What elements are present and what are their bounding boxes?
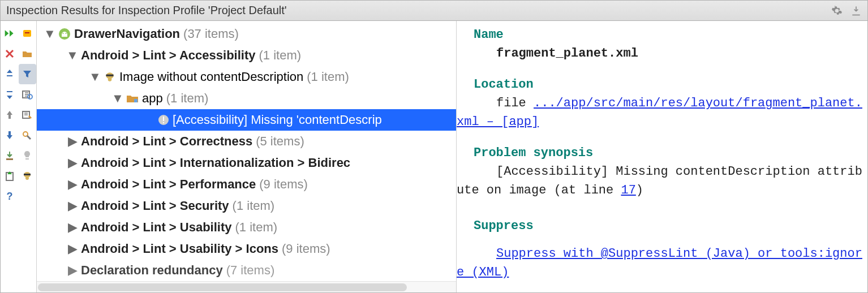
tree-count: (1 item) bbox=[166, 91, 209, 106]
close-icon[interactable] bbox=[1, 44, 19, 64]
android-project-icon bbox=[58, 28, 71, 40]
synopsis-text: [Accessibility] Missing contentDescripti… bbox=[457, 162, 863, 200]
svg-rect-8 bbox=[24, 174, 31, 175]
name-label: Name bbox=[457, 25, 863, 44]
suppress-label: Suppress bbox=[457, 217, 863, 235]
autoscroll-to-source-icon[interactable] bbox=[19, 84, 37, 105]
svg-rect-19 bbox=[163, 117, 164, 121]
tree-count: (5 items) bbox=[256, 134, 304, 149]
chevron-down-icon[interactable]: ▼ bbox=[90, 70, 100, 84]
left-toolbar: ? bbox=[1, 21, 37, 292]
tree-category[interactable]: ▶ Android > Lint > Usability > Icons (9 … bbox=[37, 238, 456, 260]
panel-header: Inspection Results for Inspection Profil… bbox=[1, 1, 867, 21]
chevron-right-icon[interactable]: ▶ bbox=[67, 242, 78, 256]
tree-label: Declaration redundancy bbox=[81, 263, 223, 278]
chevron-right-icon[interactable]: ▶ bbox=[67, 134, 78, 149]
group-by-severity-icon[interactable] bbox=[19, 23, 37, 44]
next-icon[interactable] bbox=[1, 125, 19, 145]
tree-label: Android > Lint > Accessibility bbox=[81, 48, 255, 63]
name-value: fragment_planet.xml bbox=[457, 44, 863, 63]
tree-label: Image without contentDescription bbox=[119, 70, 303, 84]
chevron-down-icon[interactable]: ▼ bbox=[67, 48, 78, 63]
suppress-link[interactable]: Suppress with @SuppressLint (Java) or to… bbox=[457, 247, 862, 279]
warning-icon bbox=[158, 114, 169, 126]
synopsis-label: Problem synopsis bbox=[457, 144, 863, 162]
tree-inspection[interactable]: ▼ Image without contentDescription (1 it… bbox=[37, 66, 456, 88]
chevron-right-icon[interactable]: ▶ bbox=[67, 156, 78, 170]
location-label: Location bbox=[457, 75, 863, 94]
chevron-right-icon[interactable]: ▶ bbox=[67, 263, 78, 278]
intention-bulb-icon[interactable] bbox=[19, 145, 37, 166]
tree-category[interactable]: ▼ Android > Lint > Accessibility (1 item… bbox=[37, 45, 456, 66]
inspector-icon[interactable] bbox=[19, 166, 37, 186]
help-icon[interactable]: ? bbox=[1, 186, 19, 206]
tree-count: (7 items) bbox=[226, 263, 275, 278]
expand-all-icon[interactable] bbox=[1, 64, 19, 84]
svg-rect-1 bbox=[25, 32, 29, 33]
tree-count: (1 item) bbox=[233, 199, 275, 213]
module-folder-icon bbox=[126, 93, 139, 104]
chevron-right-icon[interactable]: ▶ bbox=[67, 199, 78, 213]
tree-label: Android > Lint > Usability > Icons bbox=[81, 242, 278, 256]
tree-root[interactable]: ▼ DrawerNavigation (37 items) bbox=[37, 23, 456, 45]
edit-settings-icon[interactable] bbox=[19, 105, 37, 125]
chevron-down-icon[interactable]: ▼ bbox=[45, 27, 55, 41]
svg-rect-17 bbox=[134, 99, 137, 102]
chevron-down-icon[interactable]: ▼ bbox=[113, 91, 123, 106]
results-tree-wrap: ▼ DrawerNavigation (37 items) ▼ Android … bbox=[37, 21, 457, 292]
tree-count: (1 item) bbox=[307, 70, 349, 84]
tree-module[interactable]: ▼ app (1 item) bbox=[37, 88, 456, 109]
tree-count: (1 item) bbox=[259, 48, 301, 63]
inspector-icon bbox=[104, 71, 116, 83]
horizontal-scrollbar[interactable] bbox=[37, 281, 456, 292]
tree-category[interactable]: ▶ Android > Lint > Performance (9 items) bbox=[37, 174, 456, 195]
apply-fix-icon[interactable] bbox=[1, 166, 19, 186]
export-icon[interactable] bbox=[850, 5, 862, 16]
tree-count: (9 items) bbox=[282, 242, 330, 256]
svg-point-16 bbox=[108, 77, 112, 81]
collapse-all-icon[interactable] bbox=[1, 84, 19, 105]
location-value: file .../app/src/main/res/layout/fragmen… bbox=[457, 94, 863, 131]
tree-count: (1 item) bbox=[235, 220, 277, 235]
tree-label: DrawerNavigation bbox=[74, 27, 180, 41]
tree-category[interactable]: ▶ Declaration redundancy (7 items) bbox=[37, 260, 456, 281]
tree-category[interactable]: ▶ Android > Lint > Internationalization … bbox=[37, 152, 456, 174]
rerun-icon[interactable] bbox=[1, 23, 19, 44]
tree-label: [Accessibility] Missing 'contentDescrip bbox=[173, 113, 382, 127]
tree-category[interactable]: ▶ Android > Lint > Usability (1 item) bbox=[37, 217, 456, 238]
tree-label: Android > Lint > Usability bbox=[81, 220, 231, 235]
tree-issue-selected[interactable]: [Accessibility] Missing 'contentDescrip bbox=[37, 109, 456, 131]
tree-label: Android > Lint > Performance bbox=[81, 177, 256, 192]
svg-point-9 bbox=[25, 176, 29, 180]
tree-count: (37 items) bbox=[183, 27, 239, 41]
quick-fix-icon[interactable] bbox=[19, 125, 37, 145]
previous-icon[interactable] bbox=[1, 105, 19, 125]
filter-icon[interactable] bbox=[19, 64, 37, 84]
tree-label: Android > Lint > Security bbox=[81, 199, 229, 213]
tree-label: Android > Lint > Correctness bbox=[81, 134, 252, 149]
detail-pane: Name fragment_planet.xml Location file .… bbox=[457, 21, 867, 292]
svg-rect-20 bbox=[163, 122, 164, 123]
tree-count: (9 items) bbox=[259, 177, 308, 192]
results-tree[interactable]: ▼ DrawerNavigation (37 items) ▼ Android … bbox=[37, 21, 456, 281]
location-prefix: file bbox=[496, 96, 534, 110]
svg-point-5 bbox=[23, 132, 28, 136]
gear-icon[interactable] bbox=[831, 5, 843, 16]
tree-label: app bbox=[142, 91, 163, 106]
chevron-right-icon[interactable]: ▶ bbox=[67, 177, 78, 192]
inspection-panel: Inspection Results for Inspection Profil… bbox=[0, 0, 868, 293]
svg-point-12 bbox=[63, 33, 64, 34]
tree-category[interactable]: ▶ Android > Lint > Correctness (5 items) bbox=[37, 131, 456, 152]
svg-text:?: ? bbox=[6, 191, 12, 202]
chevron-right-icon[interactable]: ▶ bbox=[67, 220, 78, 235]
export-results-icon[interactable] bbox=[1, 145, 19, 166]
tree-label: Android > Lint > Internationalization > … bbox=[81, 156, 350, 170]
svg-rect-15 bbox=[106, 75, 113, 76]
tree-category[interactable]: ▶ Android > Lint > Security (1 item) bbox=[37, 195, 456, 217]
svg-point-13 bbox=[66, 33, 67, 34]
panel-title: Inspection Results for Inspection Profil… bbox=[6, 4, 287, 17]
synopsis-line-link[interactable]: 17 bbox=[621, 183, 635, 197]
group-by-directory-icon[interactable] bbox=[19, 44, 37, 64]
